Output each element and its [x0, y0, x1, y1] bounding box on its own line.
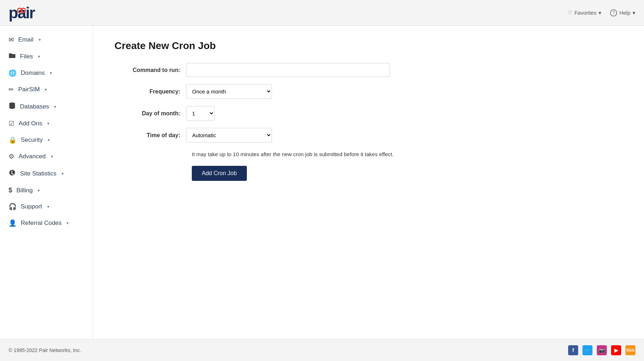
sidebar-item-databases[interactable]: Databases ▾: [0, 98, 93, 115]
sidebar-item-label: Referral Codes: [21, 220, 62, 227]
sidebar-item-label: Advanced: [19, 153, 46, 160]
chevron-down-icon: ▾: [51, 154, 53, 159]
day-of-month-select[interactable]: 1 2 3 4 5 6 7 8 9 10 11 12 13 14: [186, 106, 215, 121]
dollar-icon: $: [9, 187, 12, 194]
rss-icon[interactable]: RSS: [625, 345, 635, 355]
cron-job-form: Command to run: Frequency: Once a month …: [114, 63, 422, 143]
gear-icon: ⚙: [9, 153, 14, 160]
sidebar: ✉ Email ▾ Files ▾ 🌐 Domains ▾ ✏ PairSIM …: [0, 26, 93, 339]
lock-icon: 🔒: [9, 136, 16, 144]
checkbox-icon: ☑: [9, 120, 14, 127]
time-of-day-row: Time of day: Automatic 12:00 AM 1:00 AM …: [114, 128, 422, 143]
sidebar-item-sitestatistics[interactable]: Site Statistics ▾: [0, 165, 93, 182]
twitter-icon[interactable]: 🐦: [582, 345, 592, 355]
sidebar-item-files[interactable]: Files ▾: [0, 48, 93, 65]
time-of-day-control: Automatic 12:00 AM 1:00 AM 2:00 AM 3:00 …: [186, 128, 422, 143]
day-of-month-control: 1 2 3 4 5 6 7 8 9 10 11 12 13 14: [186, 106, 422, 121]
command-control: [186, 63, 422, 77]
email-icon: ✉: [9, 36, 14, 44]
sidebar-item-label: Billing: [16, 187, 33, 194]
frequency-control: Once a month Once a week Once a day Once…: [186, 84, 422, 99]
sidebar-item-label: Files: [20, 53, 33, 60]
time-of-day-label: Time of day:: [114, 132, 186, 139]
sidebar-item-label: Email: [18, 36, 34, 43]
footer: © 1995-2022 Pair Networks, Inc. f 🐦 📷 ▶ …: [0, 339, 644, 361]
sidebar-item-label: Site Statistics: [20, 170, 57, 177]
sidebar-item-label: Support: [21, 203, 42, 210]
add-cron-job-button[interactable]: Add Cron Job: [192, 166, 247, 181]
sidebar-item-advanced[interactable]: ⚙ Advanced ▾: [0, 148, 93, 165]
layout: ✉ Email ▾ Files ▾ 🌐 Domains ▾ ✏ PairSIM …: [0, 26, 644, 339]
help-label: Help: [619, 10, 630, 16]
chevron-down-icon: ▾: [47, 204, 49, 209]
chevron-down-icon: ▾: [67, 221, 69, 226]
sidebar-item-label: Databases: [20, 103, 49, 110]
copyright-text: © 1995-2022 Pair Networks, Inc.: [9, 347, 81, 353]
sidebar-item-domains[interactable]: 🌐 Domains ▾: [0, 65, 93, 81]
chevron-down-icon: ▾: [50, 71, 52, 76]
header: pa ir ♡ Favorites ▾ ? Help ▾: [0, 0, 644, 26]
logo-oo: a: [18, 5, 25, 21]
logo-wordmark: pa ir: [9, 5, 35, 21]
database-icon: [9, 102, 16, 111]
sidebar-item-addons[interactable]: ☑ Add Ons ▾: [0, 115, 93, 132]
heart-icon: ♡: [567, 10, 572, 16]
person-plus-icon: 👤: [9, 219, 16, 227]
sidebar-item-label: Security: [21, 136, 43, 144]
globe-icon: 🌐: [9, 69, 16, 77]
frequency-label: Frequency:: [114, 88, 186, 95]
header-actions: ♡ Favorites ▾ ? Help ▾: [567, 9, 635, 16]
sidebar-item-security[interactable]: 🔒 Security ▾: [0, 132, 93, 148]
help-chevron-icon: ▾: [633, 10, 635, 16]
frequency-row: Frequency: Once a month Once a week Once…: [114, 84, 422, 99]
time-of-day-select[interactable]: Automatic 12:00 AM 1:00 AM 2:00 AM 3:00 …: [186, 128, 272, 143]
info-text: It may take up to 10 minutes after the n…: [192, 151, 623, 157]
chevron-down-icon: ▾: [62, 171, 64, 176]
sidebar-item-support[interactable]: 🎧 Support ▾: [0, 198, 93, 215]
sidebar-item-label: PairSIM: [18, 86, 40, 93]
sidebar-item-email[interactable]: ✉ Email ▾: [0, 32, 93, 48]
chevron-down-icon: ▾: [48, 138, 50, 143]
headset-icon: 🎧: [9, 203, 16, 211]
chart-icon: [9, 169, 16, 178]
logo[interactable]: pa ir: [9, 5, 35, 21]
instagram-icon[interactable]: 📷: [597, 345, 607, 355]
help-icon: ?: [610, 9, 617, 16]
main-content: Create New Cron Job Command to run: Freq…: [93, 26, 644, 339]
social-icons: f 🐦 📷 ▶ RSS: [568, 345, 635, 355]
frequency-select[interactable]: Once a month Once a week Once a day Once…: [186, 84, 272, 99]
sidebar-item-label: Domains: [21, 69, 45, 77]
pencil-icon: ✏: [9, 86, 14, 93]
chevron-down-icon: ▾: [38, 54, 40, 59]
files-icon: [9, 52, 16, 61]
command-label: Command to run:: [114, 67, 186, 73]
youtube-icon[interactable]: ▶: [611, 345, 621, 355]
sidebar-item-referralcodes[interactable]: 👤 Referral Codes ▾: [0, 215, 93, 231]
favorites-chevron-icon: ▾: [599, 10, 601, 16]
logo-icon: [17, 0, 26, 16]
day-of-month-label: Day of month:: [114, 110, 186, 117]
sidebar-item-billing[interactable]: $ Billing ▾: [0, 182, 93, 198]
day-of-month-row: Day of month: 1 2 3 4 5 6 7 8 9 10 11: [114, 106, 422, 121]
chevron-down-icon: ▾: [39, 37, 41, 42]
chevron-down-icon: ▾: [47, 121, 49, 126]
sidebar-item-pairsim[interactable]: ✏ PairSIM ▾: [0, 81, 93, 98]
command-row: Command to run:: [114, 63, 422, 77]
command-input[interactable]: [186, 63, 390, 77]
sidebar-item-label: Add Ons: [19, 120, 42, 127]
chevron-down-icon: ▾: [45, 87, 47, 92]
chevron-down-icon: ▾: [54, 104, 56, 109]
favorites-label: Favorites: [574, 10, 596, 16]
chevron-down-icon: ▾: [38, 188, 40, 193]
facebook-icon[interactable]: f: [568, 345, 578, 355]
page-title: Create New Cron Job: [114, 40, 623, 52]
favorites-button[interactable]: ♡ Favorites ▾: [567, 10, 601, 16]
help-button[interactable]: ? Help ▾: [610, 9, 635, 16]
